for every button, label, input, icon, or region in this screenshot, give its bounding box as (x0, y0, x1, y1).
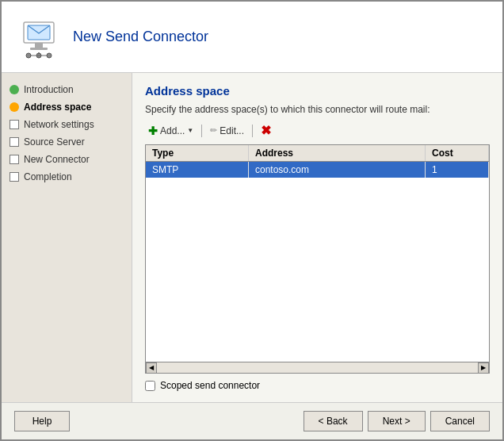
sidebar-item-address-space[interactable]: Address space (2, 98, 132, 116)
next-button[interactable]: Next > (368, 411, 426, 431)
col-cost: Cost (426, 145, 489, 161)
col-address: Address (249, 145, 426, 161)
back-button[interactable]: < Back (304, 411, 363, 431)
sidebar-label-source-server: Source Server (24, 136, 85, 148)
dialog: New Send Connector Introduction Address … (0, 0, 504, 441)
separator-2 (252, 125, 253, 137)
dot-icon-completion (10, 172, 19, 182)
sidebar-label-new-connector: New Connector (24, 154, 90, 165)
cell-type: SMTP (146, 162, 249, 178)
scoped-connector-row: Scoped send connector (145, 380, 490, 391)
dot-icon-new-connector (10, 155, 19, 164)
edit-icon: ✏ (210, 125, 217, 136)
scroll-left-button[interactable]: ◀ (146, 362, 157, 374)
svg-point-7 (26, 53, 31, 58)
horizontal-scrollbar: ◀ ▶ (146, 362, 489, 373)
help-button[interactable]: Help (14, 411, 70, 431)
delete-button[interactable]: ✖ (258, 121, 274, 140)
col-type: Type (146, 145, 249, 161)
scoped-connector-checkbox[interactable] (145, 381, 155, 391)
footer-right: < Back Next > Cancel (304, 411, 490, 431)
sidebar-label-introduction: Introduction (24, 84, 74, 95)
table-body: SMTP contoso.com 1 (146, 162, 489, 362)
main-content: Address space Specify the address space(… (132, 73, 502, 402)
dialog-footer: Help < Back Next > Cancel (2, 402, 502, 439)
sidebar-label-address-space: Address space (24, 102, 91, 113)
delete-icon: ✖ (261, 123, 271, 138)
content-description: Specify the address space(s) to which th… (145, 104, 490, 115)
cell-address: contoso.com (249, 162, 426, 178)
address-table: Type Address Cost SMTP contoso.com 1 ◀ ▶ (145, 144, 490, 374)
separator-1 (201, 125, 202, 137)
cell-cost: 1 (426, 162, 489, 178)
svg-rect-3 (30, 48, 48, 50)
table-row[interactable]: SMTP contoso.com 1 (146, 162, 489, 178)
add-dropdown-arrow-icon: ▼ (187, 127, 193, 134)
scroll-right-button[interactable]: ▶ (478, 362, 489, 374)
add-icon: ✚ (148, 125, 158, 137)
sidebar-item-introduction[interactable]: Introduction (2, 81, 132, 98)
dot-icon-source-server (10, 137, 19, 147)
svg-point-8 (47, 53, 52, 58)
toolbar: ✚ Add... ▼ ✏ Edit... ✖ (145, 121, 490, 140)
svg-rect-2 (35, 43, 43, 48)
sidebar-label-network-settings: Network settings (24, 119, 94, 130)
add-button[interactable]: ✚ Add... ▼ (145, 123, 197, 139)
sidebar-item-completion[interactable]: Completion (2, 168, 132, 186)
scoped-connector-label: Scoped send connector (160, 380, 260, 391)
cancel-button[interactable]: Cancel (430, 411, 490, 431)
edit-button[interactable]: ✏ Edit... (207, 124, 247, 138)
sidebar-item-network-settings[interactable]: Network settings (2, 116, 132, 133)
dialog-header: New Send Connector (2, 2, 502, 73)
edit-label: Edit... (220, 125, 244, 136)
dialog-body: Introduction Address space Network setti… (2, 73, 502, 402)
sidebar-item-source-server[interactable]: Source Server (2, 133, 132, 151)
dot-icon-introduction (10, 85, 19, 94)
connector-icon (17, 16, 60, 59)
sidebar-label-completion: Completion (24, 171, 72, 182)
sidebar-item-new-connector[interactable]: New Connector (2, 151, 132, 168)
dialog-title: New Send Connector (73, 29, 208, 45)
table-header: Type Address Cost (146, 145, 489, 162)
content-title: Address space (145, 84, 490, 98)
dot-icon-network-settings (10, 120, 19, 129)
add-label: Add... (160, 125, 185, 136)
scroll-track[interactable] (157, 362, 478, 373)
sidebar: Introduction Address space Network setti… (2, 73, 132, 402)
dot-icon-address-space (10, 102, 19, 112)
